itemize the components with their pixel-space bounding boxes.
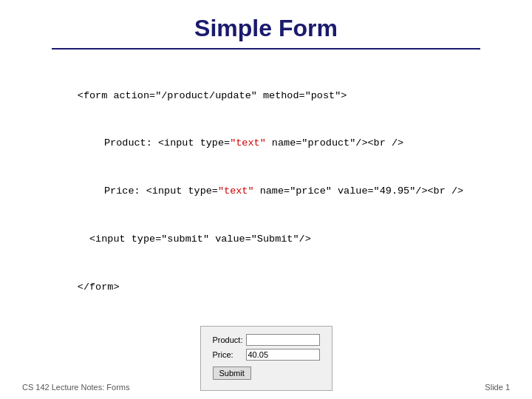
price-input[interactable] — [246, 349, 320, 361]
header-divider — [52, 48, 480, 50]
form-preview-box: Product: Price: Submit — [200, 326, 332, 391]
form-preview: Product: Price: Submit — [30, 326, 502, 391]
price-label: Price: — [213, 350, 246, 359]
code-text-4: <input type="submit" value="Submit"/> — [78, 233, 311, 245]
submit-row: Submit — [213, 364, 320, 380]
product-label: Product: — [213, 335, 246, 344]
code-text-3b: name="price" value="49.95"/><br /> — [254, 185, 464, 197]
product-input[interactable] — [246, 334, 320, 346]
code-line-5: </form> — [30, 263, 502, 311]
code-type-text-2: "text" — [230, 137, 266, 149]
product-row: Product: — [213, 334, 320, 346]
code-line-3: Price: <input type="text" name="price" v… — [44, 168, 502, 216]
code-line-4: <input type="submit" value="Submit"/> — [30, 215, 502, 263]
footer: CS 142 Lecture Notes: Forms Slide 1 — [0, 383, 532, 392]
footer-left: CS 142 Lecture Notes: Forms — [22, 383, 130, 392]
code-text-1: <form action="/product/update" method="p… — [78, 90, 347, 101]
code-line-2: Product: <input type="text" name="produc… — [44, 120, 502, 168]
code-text-2b: name="product"/><br /> — [266, 137, 403, 149]
header: Simple Form — [0, 0, 532, 57]
slide-title: Simple Form — [30, 15, 502, 42]
code-text-5: </form> — [78, 282, 120, 293]
code-block: <form action="/product/update" method="p… — [30, 72, 502, 311]
submit-button[interactable]: Submit — [213, 366, 251, 380]
code-line-1: <form action="/product/update" method="p… — [30, 72, 502, 120]
price-row: Price: — [213, 349, 320, 361]
code-text-2a: Product: <input type= — [92, 137, 230, 149]
slide-container: Simple Form <form action="/product/updat… — [0, 0, 532, 399]
code-text-3a: Price: <input type= — [92, 185, 218, 197]
footer-right: Slide 1 — [485, 383, 510, 392]
content-area: <form action="/product/update" method="p… — [0, 57, 532, 399]
code-type-text-3: "text" — [218, 185, 254, 197]
